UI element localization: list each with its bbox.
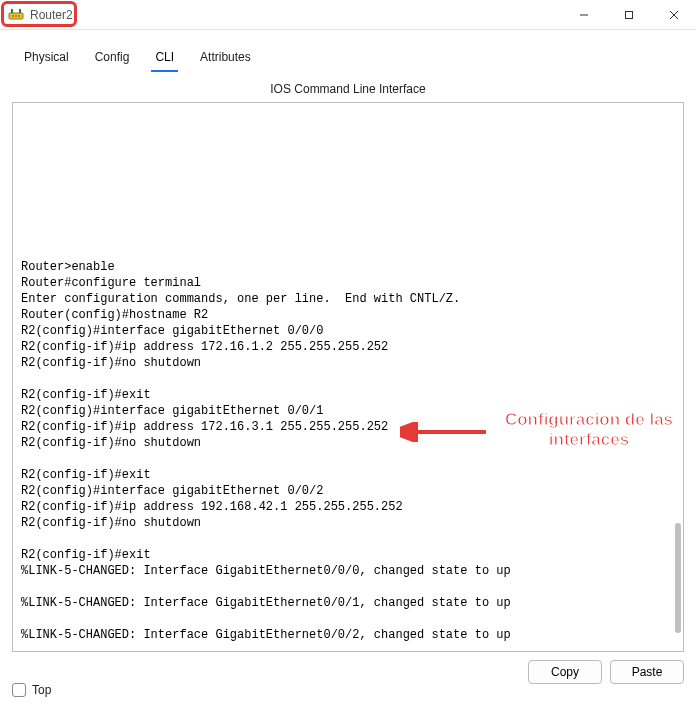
top-checkbox[interactable]: [12, 683, 26, 697]
paste-button[interactable]: Paste: [610, 660, 684, 684]
maximize-icon: [624, 10, 634, 20]
content-area: Physical Config CLI Attributes IOS Comma…: [0, 30, 696, 692]
button-row: Copy Paste: [12, 660, 684, 684]
copy-button[interactable]: Copy: [528, 660, 602, 684]
minimize-button[interactable]: [561, 0, 606, 29]
tab-attributes[interactable]: Attributes: [196, 46, 255, 72]
terminal-container: Router>enable Router#configure terminal …: [12, 102, 684, 652]
svg-rect-1: [11, 9, 13, 13]
svg-rect-2: [19, 9, 21, 13]
minimize-icon: [579, 10, 589, 20]
close-icon: [669, 10, 679, 20]
titlebar: Router2: [0, 0, 696, 30]
svg-point-5: [18, 15, 20, 17]
close-button[interactable]: [651, 0, 696, 29]
tab-config[interactable]: Config: [91, 46, 134, 72]
maximize-button[interactable]: [606, 0, 651, 29]
tab-bar: Physical Config CLI Attributes: [12, 42, 684, 72]
top-label: Top: [32, 683, 51, 697]
svg-rect-7: [625, 11, 632, 18]
router-app-icon: [8, 7, 24, 23]
window-title: Router2: [30, 8, 73, 22]
svg-point-4: [15, 15, 17, 17]
scrollbar-thumb[interactable]: [675, 523, 681, 633]
panel-title: IOS Command Line Interface: [12, 82, 684, 96]
svg-point-3: [12, 15, 14, 17]
footer: Top: [12, 683, 51, 697]
cli-terminal[interactable]: Router>enable Router#configure terminal …: [21, 259, 671, 643]
tab-physical[interactable]: Physical: [20, 46, 73, 72]
tab-cli[interactable]: CLI: [151, 46, 178, 72]
window-controls: [561, 0, 696, 29]
